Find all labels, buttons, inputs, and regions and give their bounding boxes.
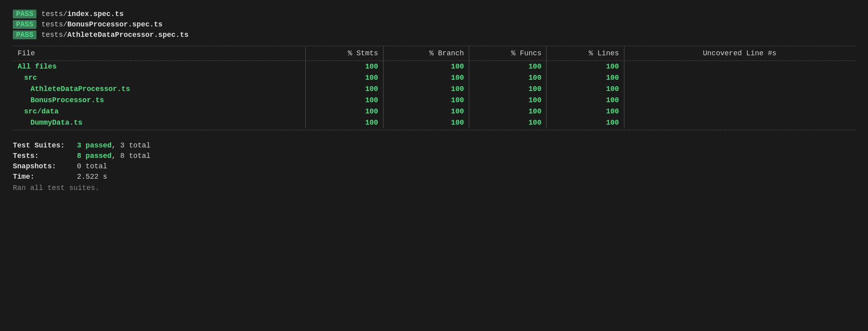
test-filename-1: index.spec.ts bbox=[67, 10, 123, 18]
summary-label-snapshots: Snapshots: bbox=[13, 162, 77, 170]
cell-lines-srcdata: 100 bbox=[547, 106, 624, 117]
cell-branch-allfiles: 100 bbox=[383, 61, 469, 72]
col-header-uncovered: Uncovered Line #s bbox=[624, 46, 855, 61]
cell-funcs-bonus: 100 bbox=[469, 95, 546, 106]
coverage-section: File % Stmts % Branch % Funcs % Lines Un… bbox=[13, 46, 855, 130]
cell-lines-src: 100 bbox=[547, 72, 624, 83]
col-header-file: File bbox=[13, 46, 306, 61]
cell-file-bonus: BonusProcessor.ts bbox=[13, 95, 306, 106]
summary-row-suites: Test Suites: 3 passed, 3 total bbox=[13, 141, 855, 149]
cell-uncovered-src bbox=[624, 72, 855, 83]
cell-branch-athlete: 100 bbox=[383, 83, 469, 95]
cell-stmts-athlete: 100 bbox=[306, 83, 383, 95]
col-header-funcs: % Funcs bbox=[469, 46, 546, 61]
summary-total-suites: , 3 total bbox=[111, 141, 150, 149]
summary-value-snapshots: 0 total bbox=[77, 162, 107, 170]
cell-funcs-dummy: 100 bbox=[469, 117, 546, 128]
cell-file-src: src bbox=[13, 72, 306, 83]
col-header-lines: % Lines bbox=[547, 46, 624, 61]
test-path-1: tests/index.spec.ts bbox=[41, 10, 123, 18]
summary-value-suites: 3 passed, 3 total bbox=[77, 141, 151, 149]
summary-row-tests: Tests: 8 passed, 8 total bbox=[13, 152, 855, 160]
summary-section: Test Suites: 3 passed, 3 total Tests: 8 … bbox=[13, 141, 855, 192]
pass-badge-1: PASS bbox=[13, 10, 36, 18]
summary-row-time: Time: 2.522 s bbox=[13, 173, 855, 181]
table-header-row: File % Stmts % Branch % Funcs % Lines Un… bbox=[13, 46, 855, 61]
cell-stmts-dummy: 100 bbox=[306, 117, 383, 128]
cell-stmts-allfiles: 100 bbox=[306, 61, 383, 72]
test-entry-2: PASS tests/BonusProcessor.spec.ts bbox=[13, 20, 855, 29]
cell-file-athlete: AthleteDataProcessor.ts bbox=[13, 83, 306, 95]
summary-label-tests: Tests: bbox=[13, 152, 77, 160]
cell-funcs-allfiles: 100 bbox=[469, 61, 546, 72]
summary-row-footer: Ran all test suites. bbox=[13, 184, 855, 192]
cell-branch-srcdata: 100 bbox=[383, 106, 469, 117]
summary-label-time: Time: bbox=[13, 173, 77, 181]
summary-row-snapshots: Snapshots: 0 total bbox=[13, 162, 855, 170]
cell-stmts-srcdata: 100 bbox=[306, 106, 383, 117]
table-row-srcdata: src/data 100 100 100 100 bbox=[13, 106, 855, 117]
cell-branch-dummy: 100 bbox=[383, 117, 469, 128]
cell-uncovered-bonus bbox=[624, 95, 855, 106]
cell-file-srcdata: src/data bbox=[13, 106, 306, 117]
test-entry-1: PASS tests/index.spec.ts bbox=[13, 10, 855, 18]
summary-label-suites: Test Suites: bbox=[13, 141, 77, 149]
test-filename-3: AthleteDataProcessor.spec.ts bbox=[67, 31, 188, 39]
test-entry-3: PASS tests/AthleteDataProcessor.spec.ts bbox=[13, 30, 855, 39]
test-path-2: tests/BonusProcessor.spec.ts bbox=[41, 20, 162, 28]
summary-footer-text: Ran all test suites. bbox=[13, 184, 99, 192]
summary-passed-tests: 8 passed bbox=[77, 152, 111, 160]
col-header-branch: % Branch bbox=[383, 46, 469, 61]
table-row-bonus: BonusProcessor.ts 100 100 100 100 bbox=[13, 95, 855, 106]
pass-badge-3: PASS bbox=[13, 30, 36, 39]
table-row-athlete: AthleteDataProcessor.ts 100 100 100 100 bbox=[13, 83, 855, 95]
cell-branch-src: 100 bbox=[383, 72, 469, 83]
test-results-list: PASS tests/index.spec.ts PASS tests/Bonu… bbox=[13, 10, 855, 39]
pass-badge-2: PASS bbox=[13, 20, 36, 29]
cell-stmts-bonus: 100 bbox=[306, 95, 383, 106]
col-header-stmts: % Stmts bbox=[306, 46, 383, 61]
cell-lines-dummy: 100 bbox=[547, 117, 624, 128]
test-filename-2: BonusProcessor.spec.ts bbox=[67, 20, 163, 28]
cell-uncovered-athlete bbox=[624, 83, 855, 95]
cell-uncovered-srcdata bbox=[624, 106, 855, 117]
cell-file-allfiles: All files bbox=[13, 61, 306, 72]
cell-funcs-srcdata: 100 bbox=[469, 106, 546, 117]
cell-branch-bonus: 100 bbox=[383, 95, 469, 106]
cell-file-dummy: DummyData.ts bbox=[13, 117, 306, 128]
cell-lines-allfiles: 100 bbox=[547, 61, 624, 72]
test-path-3: tests/AthleteDataProcessor.spec.ts bbox=[41, 31, 188, 39]
table-row-src: src 100 100 100 100 bbox=[13, 72, 855, 83]
cell-uncovered-dummy bbox=[624, 117, 855, 128]
summary-value-time: 2.522 s bbox=[77, 173, 107, 181]
cell-stmts-src: 100 bbox=[306, 72, 383, 83]
summary-passed-suites: 3 passed bbox=[77, 141, 111, 149]
cell-funcs-athlete: 100 bbox=[469, 83, 546, 95]
cell-lines-athlete: 100 bbox=[547, 83, 624, 95]
summary-total-tests: , 8 total bbox=[111, 152, 150, 160]
cell-uncovered-allfiles bbox=[624, 61, 855, 72]
coverage-table: File % Stmts % Branch % Funcs % Lines Un… bbox=[13, 46, 855, 130]
summary-value-tests: 8 passed, 8 total bbox=[77, 152, 151, 160]
cell-funcs-src: 100 bbox=[469, 72, 546, 83]
table-row-dummy: DummyData.ts 100 100 100 100 bbox=[13, 117, 855, 128]
cell-lines-bonus: 100 bbox=[547, 95, 624, 106]
table-row-allfiles: All files 100 100 100 100 bbox=[13, 61, 855, 72]
coverage-table-body: All files 100 100 100 100 src 100 100 10… bbox=[13, 61, 855, 130]
